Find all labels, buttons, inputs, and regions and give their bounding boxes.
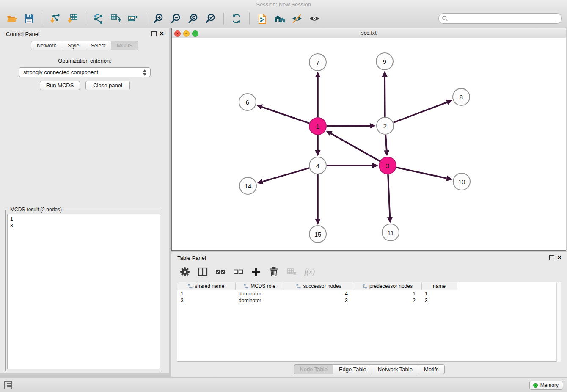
node-table-wrap: shared name MCDS role successor nodes pr… [177,282,561,362]
graph-edge-arrowhead [315,150,321,156]
network-graph-svg: 1234678910111415 [172,38,566,250]
tab-style[interactable]: Style [62,41,85,50]
zoom-fit-icon[interactable] [187,12,200,25]
graph-edge-3-1[interactable] [331,134,380,161]
graph-node-7[interactable]: 7 [309,54,326,71]
import-table-icon[interactable] [66,12,79,25]
col-header-successor-nodes[interactable]: successor nodes [284,282,354,290]
control-panel-close-icon[interactable]: ✕ [159,30,164,37]
zoom-out-icon[interactable] [169,12,183,25]
table-panel-tabs: Node Table Edge Table Network Table Moti… [171,364,567,374]
tab-node-table[interactable]: Node Table [294,364,333,374]
mcds-result-item[interactable]: 3 [10,222,157,229]
cell-shared-name[interactable]: 1 [177,290,235,298]
window-minimize-button[interactable]: − [183,30,190,37]
svg-text:11: 11 [387,229,394,236]
deselect-all-icon[interactable] [231,265,245,279]
svg-text:9: 9 [383,58,386,65]
table-row[interactable]: 1 dominator 4 1 1 [177,290,561,298]
run-mcds-button[interactable]: Run MCDS [40,81,80,90]
graph-node-6[interactable]: 6 [239,94,256,110]
optimization-criterion-select[interactable]: strongly connected component [19,67,151,77]
task-history-icon[interactable] [4,381,12,391]
cell-shared-name[interactable]: 3 [177,297,235,304]
graph-node-9[interactable]: 9 [376,53,393,70]
table-panel-close-icon[interactable]: ✕ [557,254,562,261]
col-header-mcds-role[interactable]: MCDS role [235,282,284,290]
tab-mcds[interactable]: MCDS [111,41,138,50]
import-network-icon[interactable] [48,12,62,25]
memory-label: Memory [540,382,559,388]
window-zoom-button[interactable]: + [192,30,198,37]
tab-network[interactable]: Network [31,41,62,50]
graph-node-14[interactable]: 14 [239,177,256,194]
col-header-name[interactable]: name [421,282,457,290]
close-panel-button[interactable]: Close panel [85,81,130,90]
delete-icon[interactable] [267,265,281,279]
first-neighbors-icon[interactable] [256,12,269,25]
svg-text:1: 1 [316,123,319,130]
col-header-shared-name[interactable]: shared name [177,282,235,290]
cell-name[interactable]: 3 [421,297,457,304]
show-columns-icon[interactable] [196,265,209,279]
cell-name[interactable]: 1 [421,290,457,298]
cell-mcds-role[interactable]: dominator [235,297,284,304]
table-row[interactable]: 3 dominator 3 2 3 [177,297,561,304]
memory-button[interactable]: Memory [529,381,563,390]
cell-mcds-role[interactable]: dominator [235,290,284,298]
graph-node-4[interactable]: 4 [309,157,326,174]
tab-select[interactable]: Select [85,41,112,50]
cell-predecessor-nodes[interactable]: 2 [354,297,421,304]
tab-network-table[interactable]: Network Table [372,364,418,374]
graph-node-11[interactable]: 11 [382,224,399,241]
home-icon[interactable] [273,12,286,25]
graph-edge-3-11[interactable] [388,174,390,217]
apply-layout-icon[interactable] [230,12,243,25]
graph-edge-1-2[interactable] [327,126,370,126]
toolbar-separator [223,13,224,25]
select-all-icon[interactable] [214,265,227,279]
graph-node-3[interactable]: 3 [379,157,396,174]
mcds-result-list[interactable]: 1 3 [7,214,160,369]
table-settings-icon[interactable] [178,265,192,279]
tab-edge-table[interactable]: Edge Table [333,364,372,374]
graph-edge-arrowhead [256,105,263,110]
table-vertical-scrollbar[interactable] [556,282,561,362]
cell-predecessor-nodes[interactable]: 1 [354,290,421,298]
graph-edge-4-14[interactable] [263,168,309,182]
table-panel-float-icon[interactable] [549,255,554,260]
graph-edge-3-10[interactable] [396,167,447,178]
graph-edge-2-3[interactable] [385,135,386,150]
control-panel-float-icon[interactable] [151,31,157,36]
graph-node-2[interactable]: 2 [377,117,394,134]
network-from-table-icon[interactable] [109,12,122,25]
zoom-in-icon[interactable] [152,12,165,25]
tab-motifs[interactable]: Motifs [418,364,445,374]
graph-edge-1-6[interactable] [262,107,309,123]
add-icon[interactable] [249,265,263,279]
mcds-result-groupbox: MCDS result (2 nodes) 1 3 [5,210,162,371]
graph-node-1[interactable]: 1 [309,118,326,135]
cell-successor-nodes[interactable]: 3 [284,297,354,304]
main-toolbar [0,9,567,28]
network-window-title: scc.txt [361,30,377,36]
cell-successor-nodes[interactable]: 4 [284,290,354,298]
graph-edge-2-8[interactable] [394,102,447,123]
save-session-icon[interactable] [22,12,36,25]
open-session-icon[interactable] [5,12,19,25]
svg-text:10: 10 [458,178,465,185]
graph-node-8[interactable]: 8 [453,88,470,105]
show-graphics-details-icon[interactable] [290,12,304,25]
mcds-result-item[interactable]: 1 [10,215,157,222]
zoom-selected-icon[interactable] [204,12,217,25]
search-input[interactable] [449,14,558,23]
window-close-button[interactable]: × [174,30,181,37]
eye-icon[interactable] [308,12,321,25]
export-image-icon[interactable] [126,12,140,25]
col-header-predecessor-nodes[interactable]: predecessor nodes [354,282,421,290]
graph-node-15[interactable]: 15 [309,226,326,243]
graph-node-10[interactable]: 10 [453,173,470,190]
graph-edge-2-9[interactable] [385,77,385,117]
clone-network-icon[interactable] [91,12,105,25]
network-canvas[interactable]: 1234678910111415 [172,38,566,250]
